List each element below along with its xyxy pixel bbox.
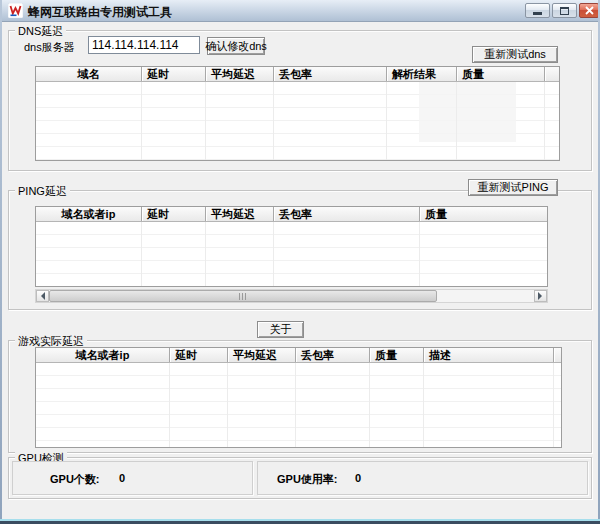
scroll-left-icon (37, 292, 45, 300)
dns-col-delay[interactable]: 延时 (141, 67, 205, 81)
dns-col-avg-delay[interactable]: 平均延迟 (205, 67, 273, 81)
dns-server-label: dns服务器 (24, 40, 75, 55)
minimize-button[interactable] (525, 3, 550, 18)
ping-col-delay[interactable]: 延时 (141, 207, 205, 221)
scroll-left-button[interactable] (36, 290, 49, 302)
gpu-usage-value: 0 (355, 472, 361, 484)
ping-table-header: 域名或者ip 延时 平均延迟 丢包率 质量 (36, 207, 547, 222)
dns-group-label: DNS延迟 (15, 24, 66, 39)
retest-ping-button[interactable]: 重新测试PING (468, 179, 558, 196)
app-icon (8, 3, 23, 18)
scroll-right-icon (538, 292, 546, 300)
scrollbar-track[interactable] (49, 290, 534, 302)
ping-col-host[interactable]: 域名或者ip (36, 207, 141, 221)
ping-col-avg-delay[interactable]: 平均延迟 (205, 207, 273, 221)
scrollbar-thumb[interactable] (49, 290, 437, 302)
dns-col-filler (544, 67, 559, 81)
window-border-bottom (0, 519, 600, 524)
scrollbar-grip-icon (239, 293, 248, 300)
game-col-avg-delay[interactable]: 平均延迟 (227, 348, 295, 362)
gpu-count-panel (12, 461, 253, 495)
dns-body-shade (419, 82, 516, 142)
minimize-icon (533, 12, 542, 15)
dns-col-domain[interactable]: 域名 (36, 67, 141, 81)
dns-table: 域名 延时 平均延迟 丢包率 解析结果 质量 (35, 66, 560, 161)
ping-col-quality[interactable]: 质量 (419, 207, 547, 221)
scroll-right-button[interactable] (534, 290, 547, 302)
ping-hscrollbar[interactable] (35, 289, 548, 303)
dns-col-result[interactable]: 解析结果 (386, 67, 456, 81)
game-table-header: 域名或者ip 延时 平均延迟 丢包率 质量 描述 (36, 348, 561, 363)
game-col-desc[interactable]: 描述 (423, 348, 553, 362)
game-table: 域名或者ip 延时 平均延迟 丢包率 质量 描述 (35, 347, 562, 448)
window-border-left (0, 0, 2, 524)
game-col-host[interactable]: 域名或者ip (36, 348, 169, 362)
confirm-dns-button[interactable]: 确认修改dns (207, 37, 265, 55)
game-col-delay[interactable]: 延时 (169, 348, 227, 362)
game-col-filler (553, 348, 561, 362)
window-title: 蜂网互联路由专用测试工具 (28, 4, 172, 21)
game-col-quality[interactable]: 质量 (369, 348, 423, 362)
ping-col-loss[interactable]: 丢包率 (273, 207, 419, 221)
retest-dns-button[interactable]: 重新测试dns (472, 46, 558, 63)
close-icon (585, 6, 594, 15)
dns-table-header: 域名 延时 平均延迟 丢包率 解析结果 质量 (36, 67, 559, 82)
dns-server-input[interactable] (88, 36, 200, 54)
about-button[interactable]: 关于 (257, 321, 304, 338)
gpu-count-value: 0 (119, 472, 125, 484)
maximize-icon (560, 7, 569, 15)
dns-table-body[interactable] (36, 82, 559, 160)
gpu-usage-label: GPU使用率: (277, 472, 338, 487)
game-col-loss[interactable]: 丢包率 (295, 348, 369, 362)
dns-col-quality[interactable]: 质量 (456, 67, 544, 81)
dns-col-loss[interactable]: 丢包率 (273, 67, 386, 81)
ping-group-label: PING延迟 (15, 184, 70, 199)
ping-table: 域名或者ip 延时 平均延迟 丢包率 质量 (35, 206, 548, 287)
titlebar[interactable]: 蜂网互联路由专用测试工具 (2, 0, 598, 22)
ping-table-body[interactable] (36, 222, 547, 286)
close-button[interactable] (579, 3, 599, 18)
app-window: 蜂网互联路由专用测试工具 DNS延迟 dns服务器 确认修改dns 重新测试dn… (0, 0, 600, 524)
game-table-body[interactable] (36, 363, 561, 447)
gpu-count-label: GPU个数: (50, 472, 100, 487)
maximize-button[interactable] (552, 3, 577, 18)
